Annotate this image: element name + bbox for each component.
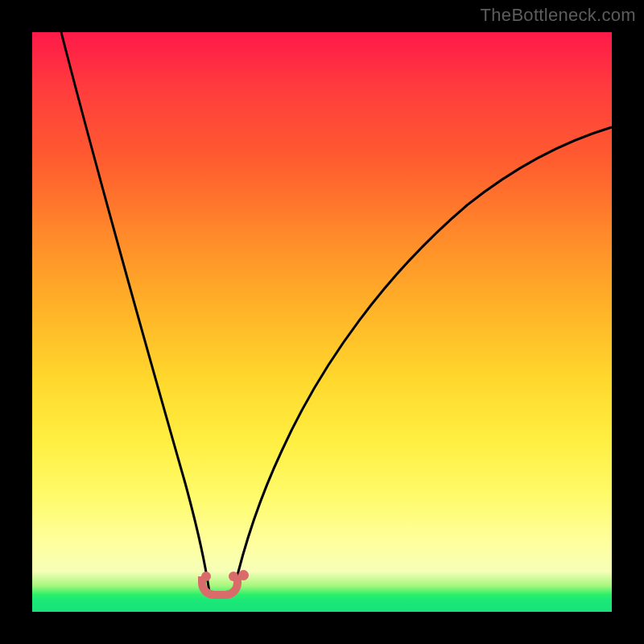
- dip-region-marker: [198, 576, 242, 599]
- dip-end-dot: [238, 570, 249, 580]
- plot-area: [32, 32, 612, 612]
- watermark-text: TheBottleneck.com: [481, 5, 636, 26]
- chart-container: TheBottleneck.com: [0, 0, 644, 644]
- bottleneck-curve: [32, 32, 612, 612]
- dip-cap-right: [229, 572, 238, 581]
- dip-cap-left: [201, 572, 211, 581]
